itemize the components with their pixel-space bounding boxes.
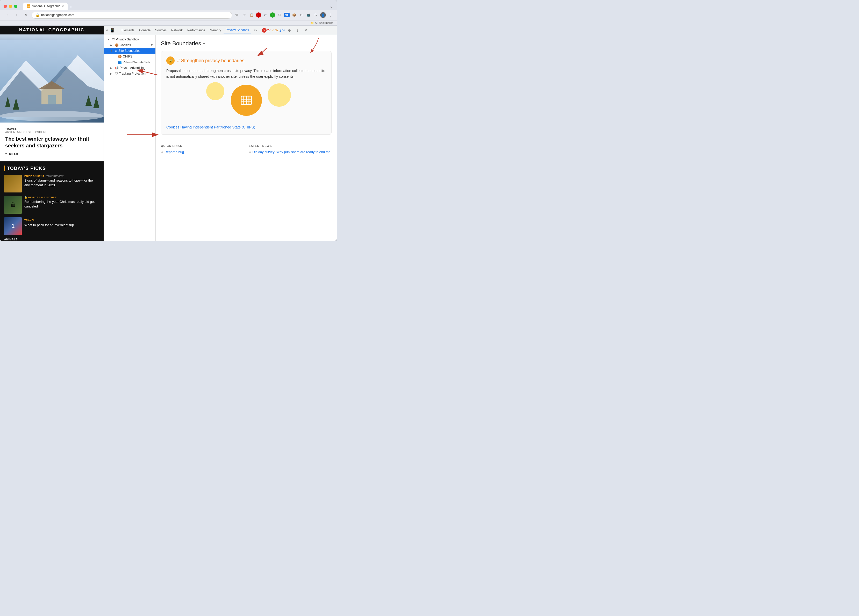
cast-icon[interactable]: 📺 <box>306 12 311 18</box>
pick-meta: TRAVEL What to pack for an overnight tri… <box>24 217 100 227</box>
secure-icon: 🔒 <box>36 13 40 17</box>
tree-related-website-sets[interactable]: 👥 Related Website Sets <box>104 59 155 65</box>
site-boundaries-icon: ⊛ <box>115 49 117 53</box>
privacy-card: 🔒 # Strengthen privacy boundaries Propos… <box>161 51 331 135</box>
latest-news-col: LATEST NEWS Digiday survey: Why publishe… <box>249 144 332 154</box>
extension-icon8[interactable]: ⊡ <box>298 12 304 18</box>
article-title: The best winter getaways for thrill seek… <box>5 136 98 149</box>
tab-performance[interactable]: Performance <box>185 27 207 33</box>
article-category: TRAVEL <box>5 128 98 131</box>
section-title: TODAY'S PICKS <box>4 166 100 171</box>
tree-site-boundaries[interactable]: ▼ ⊛ Site Boundaries <box>104 48 155 54</box>
eye-off-icon[interactable]: 👁 <box>234 12 240 18</box>
new-tab-button[interactable]: + <box>68 5 75 10</box>
extension-icon3[interactable]: 22 <box>263 12 269 18</box>
error-group: ✕ 27 <box>262 28 270 33</box>
pick-meta: 🔒 HISTORY & CULTURE Remembering the year… <box>24 196 100 209</box>
inspect-icon[interactable]: ⌖ <box>106 28 108 33</box>
tab-elements[interactable]: Elements <box>119 27 136 33</box>
link-dot-icon <box>161 151 163 153</box>
info-icon: ℹ <box>280 28 281 32</box>
tree-privacy-sandbox[interactable]: ▼ 🛡 Privacy Sandbox <box>104 36 155 42</box>
forward-button[interactable]: › <box>13 11 20 19</box>
pick-thumbnail: 1 <box>4 217 22 235</box>
shield-icon: 🛡 <box>115 72 118 75</box>
address-bar-row: ‹ › ↻ 🔒 nationalgeographic.com 👁 ☆ 📋 O 2… <box>0 10 337 20</box>
info-count: 74 <box>281 28 285 32</box>
article-subtitle: ADVENTURES EVERYWHERE <box>5 131 98 133</box>
extension-icon7[interactable]: 📦 <box>291 12 297 18</box>
hero-illustration <box>0 34 104 122</box>
extension-icon1[interactable]: 📋 <box>249 12 255 18</box>
tree-cookies[interactable]: ▶ 🍪 Cookies ⊞ <box>104 42 155 48</box>
tab-title: National Geographic <box>32 5 60 8</box>
title-bar: NG National Geographic × + ⌄ <box>0 0 337 10</box>
extension-icon6[interactable]: 94 <box>284 13 290 17</box>
main-area: National Geographic <box>0 26 337 241</box>
error-badge: ✕ <box>262 28 267 33</box>
pick-title[interactable]: What to pack for an overnight trip <box>24 223 100 227</box>
animals-label: ANIMALS <box>4 238 100 241</box>
more-options-devtools-icon[interactable]: ⋮ <box>294 27 301 34</box>
profile-avatar[interactable]: 👤 <box>320 12 326 18</box>
window-controls[interactable]: ⌄ <box>329 3 333 9</box>
maximize-button[interactable] <box>14 5 17 8</box>
privacy-sandbox-icon: 🛡 <box>112 38 115 41</box>
close-button[interactable] <box>4 5 7 8</box>
tree-tracking-protection[interactable]: ▶ 🛡 Tracking Protection <box>104 71 155 77</box>
dropdown-icon[interactable]: ▾ <box>203 41 205 45</box>
extension-icon5[interactable]: 🛡 <box>276 12 283 18</box>
reload-button[interactable]: ↻ <box>22 11 30 19</box>
warning-group: ⚠ 32 <box>272 28 278 32</box>
bookmark-icon[interactable]: ☆ <box>241 12 247 18</box>
report-bug-link[interactable]: Report a bug <box>161 150 244 154</box>
minimize-button[interactable] <box>9 5 12 8</box>
svg-point-10 <box>0 111 104 121</box>
pick-title[interactable]: Signs of alarm—and reasons to hope—for t… <box>24 178 100 188</box>
tab-more[interactable]: >> <box>251 27 259 33</box>
settings-icon[interactable]: ⚙ <box>286 27 293 34</box>
back-button[interactable]: ‹ <box>4 11 11 19</box>
tab-bar: NG National Geographic × + <box>23 3 327 10</box>
ng-logo: National Geographic <box>19 28 84 32</box>
tab-favicon: NG <box>27 5 30 8</box>
pick-category: TRAVEL <box>24 219 35 222</box>
privacy-card-description: Proposals to create and strengthen cross… <box>166 68 326 80</box>
latest-news-title: LATEST NEWS <box>249 144 332 147</box>
active-tab[interactable]: NG National Geographic × <box>23 3 68 10</box>
tab-privacy-sandbox[interactable]: Privacy Sandbox <box>223 27 251 33</box>
expand-icon: ▶ <box>110 72 114 75</box>
tab-memory[interactable]: Memory <box>208 27 223 33</box>
lock-icon: 🔒 <box>24 196 27 199</box>
tree-chips[interactable]: 🍪 CHIPS <box>104 54 155 59</box>
device-icon[interactable]: 📱 <box>110 28 115 33</box>
tree-privacy-sandbox-label: Privacy Sandbox <box>116 38 139 41</box>
tab-network[interactable]: Network <box>169 27 185 33</box>
hero-image <box>0 34 104 122</box>
section-bar <box>4 166 5 171</box>
hash-symbol: # <box>177 58 180 63</box>
tab-sources[interactable]: Sources <box>153 27 169 33</box>
tree-private-advertising[interactable]: ▶ 📢 Private Advertising <box>104 65 155 71</box>
cookie-icon: 🍪 <box>115 43 119 47</box>
devtools-toolbar: ⌖ 📱 Elements Console Sources Network Per… <box>104 26 337 35</box>
latest-news-link[interactable]: Digiday survey: Why publishers are ready… <box>249 150 332 154</box>
tab-console[interactable]: Console <box>137 27 153 33</box>
extension-icon4[interactable]: ✓ <box>270 13 275 17</box>
profile-icon[interactable]: G <box>313 12 319 18</box>
browser-window: NG National Geographic × + ⌄ ‹ › ↻ 🔒 nat… <box>0 0 337 241</box>
chips-link[interactable]: Cookies Having Independent Partitioned S… <box>166 125 326 129</box>
close-devtools-icon[interactable]: ✕ <box>302 27 309 34</box>
extension-icon2[interactable]: O <box>256 13 261 17</box>
address-text: nationalgeographic.com <box>41 13 74 17</box>
bubble-small-right <box>268 83 291 107</box>
quick-links-title: QUICK LINKS <box>161 144 244 147</box>
address-field[interactable]: 🔒 nationalgeographic.com <box>31 12 232 19</box>
more-options-icon[interactable]: ⋮ <box>328 12 333 18</box>
read-button[interactable]: ≡ READ <box>5 152 98 156</box>
link-dot-icon <box>249 151 251 153</box>
tab-close-button[interactable]: × <box>62 4 64 8</box>
pick-title[interactable]: Remembering the year Christmas really di… <box>24 200 100 209</box>
fence-icon <box>240 94 253 106</box>
bookmarks-bar: 📁 All Bookmarks <box>0 20 337 26</box>
